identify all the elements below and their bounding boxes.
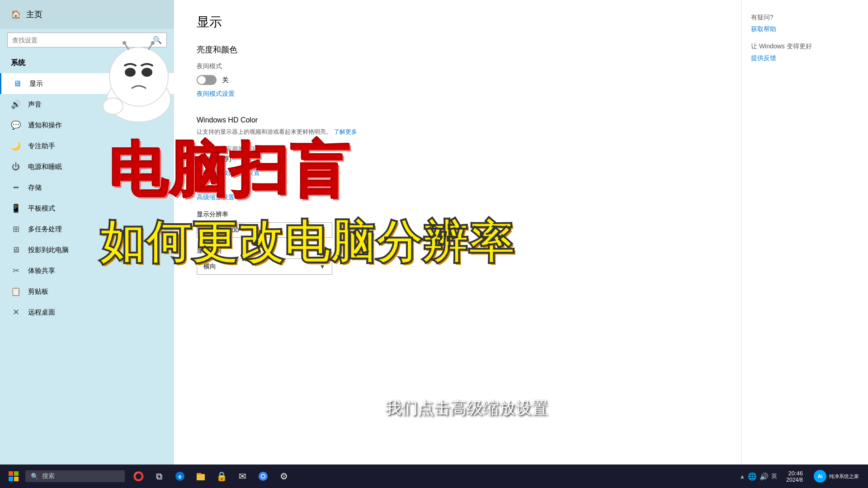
main-content: 显示 亮度和颜色 夜间模式 关 夜间模式设置 Windows HD Color … — [174, 0, 741, 465]
night-mode-toggle[interactable] — [197, 75, 217, 85]
svg-rect-0 — [9, 471, 13, 476]
taskbar-edge-icon[interactable]: e — [170, 466, 190, 486]
search-button[interactable]: 🔍 — [153, 36, 162, 44]
svg-rect-3 — [14, 477, 19, 481]
sidebar-label-notifications: 通知和操作 — [28, 121, 62, 130]
scale-note: 更改文本、应用等项目的大小 — [197, 145, 719, 153]
taskbar-search[interactable]: 🔍 搜索 — [25, 470, 125, 482]
windows-logo-icon — [9, 471, 19, 481]
svg-rect-1 — [14, 471, 19, 476]
sidebar-item-multitask[interactable]: ⊞ 多任务处理 — [0, 219, 174, 239]
sidebar-label-power: 电源和睡眠 — [28, 163, 62, 171]
taskbar-chrome-icon[interactable] — [253, 466, 273, 486]
tray-network-icon: 🌐 — [748, 472, 757, 481]
night-mode-status: 关 — [222, 76, 229, 84]
help-panel: 有疑问? 获取帮助 让 Windows 变得更好 提供反馈 — [741, 0, 868, 465]
hd-color-desc-text: 让支持的显示器上的视频和游戏看起来更鲜艳明亮。 — [197, 128, 332, 135]
search-box[interactable]: 🔍 — [7, 33, 167, 47]
resolution-value: 2560 × 1600 — [203, 226, 239, 234]
multitask-icon: ⊞ — [11, 224, 21, 234]
sidebar-item-clipboard[interactable]: 📋 剪贴板 — [0, 281, 174, 302]
page-title: 显示 — [197, 14, 719, 31]
advanced-scale-link[interactable]: 高级缩放设置 — [197, 193, 719, 202]
chrome-icon — [258, 471, 268, 481]
edge-logo-icon: e — [175, 471, 185, 481]
sidebar-item-sound[interactable]: 🔊 声音 — [0, 94, 174, 115]
start-button[interactable] — [4, 466, 24, 486]
tray-volume-icon[interactable]: 🔊 — [760, 472, 769, 481]
scale-section: 更改文本、应用等项目的大小 100% (推荐) ▼ 自定义缩放比例已设置 — [197, 145, 719, 184]
night-mode-section: 夜间模式 关 夜间模式设置 — [197, 62, 719, 107]
svg-rect-7 — [197, 473, 201, 475]
clock-date: 2024/8 — [786, 477, 803, 483]
explorer-icon — [196, 471, 206, 481]
sidebar-item-storage[interactable]: ━ 存储 — [0, 177, 174, 198]
night-mode-label: 夜间模式 — [197, 62, 719, 70]
taskbar-search-text: 搜索 — [42, 472, 55, 480]
sidebar-home[interactable]: 🏠 主页 — [0, 0, 174, 29]
clock-time: 20:46 — [788, 470, 803, 477]
taskbar-search-icon: 🔍 — [31, 473, 38, 480]
orientation-dropdown[interactable]: 横向 ▼ — [197, 258, 332, 275]
sidebar-item-focus[interactable]: 🌙 专注助手 — [0, 136, 174, 156]
clipboard-icon: 📋 — [11, 286, 21, 296]
sidebar-label-project: 投影到此电脑 — [28, 246, 69, 254]
sidebar-item-project[interactable]: 🖥 投影到此电脑 — [0, 239, 174, 260]
sidebar-item-share[interactable]: ✂ 体验共享 — [0, 260, 174, 281]
sidebar-item-power[interactable]: ⏻ 电源和睡眠 — [0, 156, 174, 177]
hd-color-title: Windows HD Color — [197, 116, 719, 124]
sound-icon: 🔊 — [11, 99, 21, 109]
taskbar-right: ▲ 🌐 🔊 英 20:46 2024/8 Ai 纯净系统之家 — [736, 470, 864, 483]
taskbar-settings-icon[interactable]: ⚙ — [274, 466, 294, 486]
help-question: 有疑问? — [751, 14, 859, 22]
system-section-title: 系统 — [0, 55, 174, 73]
search-input[interactable] — [12, 37, 149, 44]
svg-rect-2 — [9, 477, 13, 481]
tray-language-label: 英 — [771, 472, 777, 480]
improve-section: 让 Windows 变得更好 提供反馈 — [751, 42, 859, 62]
orientation-section: 显示方向 横向 ▼ — [197, 247, 719, 275]
taskbar-taskview-icon[interactable]: ⧉ — [149, 466, 169, 486]
sidebar-label-tablet: 平板模式 — [28, 204, 55, 213]
share-icon: ✂ — [11, 266, 21, 276]
hd-color-more-link[interactable]: 了解更多 — [334, 128, 357, 135]
toggle-row: 关 — [197, 75, 719, 85]
taskbar-cortana-icon[interactable]: ⭕ — [128, 466, 148, 486]
taskbar-mail-icon[interactable]: ✉ — [232, 466, 252, 486]
orientation-chevron-icon: ▼ — [319, 263, 326, 270]
svg-point-10 — [262, 475, 265, 478]
sidebar-label-multitask: 多任务处理 — [28, 225, 62, 234]
scale-row: 100% (推荐) ▼ — [197, 155, 719, 163]
sidebar-label-focus: 专注助手 — [28, 142, 55, 150]
sidebar-item-notifications[interactable]: 💬 通知和操作 — [0, 115, 174, 136]
storage-icon: ━ — [11, 183, 21, 192]
taskbar-security-icon[interactable]: 🔒 — [212, 466, 231, 486]
brand-logo[interactable]: Ai 纯净系统之家 — [808, 470, 864, 483]
resolution-dropdown[interactable]: 2560 × 1600 ▼ — [197, 222, 332, 238]
display-icon: 🖥 — [12, 79, 22, 89]
orientation-value: 横向 — [203, 263, 216, 271]
notifications-icon: 💬 — [11, 120, 21, 130]
sidebar-item-tablet[interactable]: 📱 平板模式 — [0, 198, 174, 219]
resolution-section: 显示分辨率 2560 × 1600 ▼ — [197, 211, 719, 238]
clock[interactable]: 20:46 2024/8 — [783, 470, 807, 483]
resolution-chevron-icon: ▼ — [319, 226, 326, 234]
help-link[interactable]: 获取帮助 — [751, 25, 859, 33]
improve-title: 让 Windows 变得更好 — [751, 42, 859, 51]
sidebar-item-display[interactable]: 🖥 显示 — [0, 73, 174, 94]
brand-logo-text: Ai — [818, 474, 823, 479]
orientation-label: 显示方向 — [197, 247, 719, 255]
tray-arrow-icon[interactable]: ▲ — [739, 473, 745, 480]
taskbar-explorer-icon[interactable] — [191, 466, 211, 486]
sidebar-label-display: 显示 — [29, 80, 43, 88]
svg-text:e: e — [178, 473, 181, 480]
scale-warning-link[interactable]: 自定义缩放比例已设置 — [197, 169, 260, 177]
improve-link[interactable]: 提供反馈 — [751, 54, 859, 62]
svg-rect-6 — [197, 474, 205, 480]
night-mode-settings-link[interactable]: 夜间模式设置 — [197, 90, 235, 98]
sidebar-item-remote[interactable]: ✕ 远程桌面 — [0, 302, 174, 323]
sidebar: 🏠 主页 🔍 系统 🖥 显示 🔊 声音 💬 通知和操作 — [0, 0, 174, 465]
scale-value: 100% (推荐) — [197, 155, 231, 163]
sidebar-label-sound: 声音 — [28, 100, 42, 109]
sidebar-label-clipboard: 剪贴板 — [28, 287, 48, 296]
